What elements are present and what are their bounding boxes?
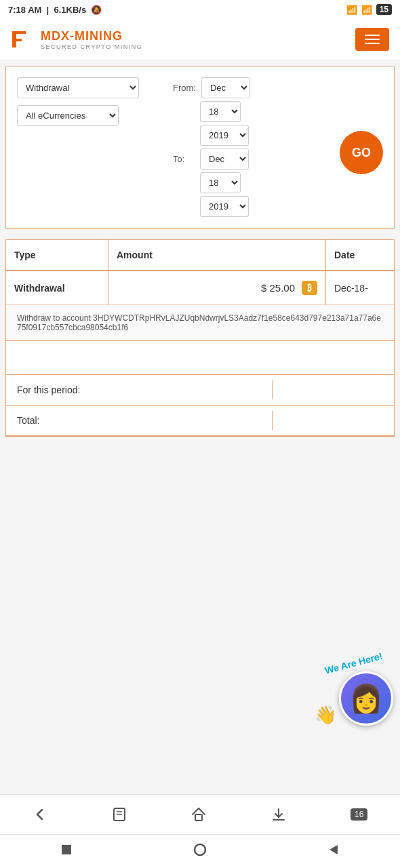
- row-amount: $ 25.00 ₿: [108, 271, 326, 304]
- logo-main: MDX-MINING: [41, 29, 142, 43]
- col-date-header: Date: [326, 240, 394, 270]
- menu-line-3: [365, 43, 380, 44]
- chat-bubble: We Are Here!: [315, 658, 393, 671]
- to-day-select[interactable]: 18: [200, 172, 241, 193]
- menu-line-2: [365, 39, 380, 40]
- book-icon: [112, 807, 127, 822]
- circle-icon: [193, 843, 207, 856]
- btc-badge: ₿: [302, 281, 317, 295]
- chat-avatar[interactable]: 👩: [339, 671, 393, 726]
- type-select[interactable]: Withdrawal Deposit All Types: [17, 77, 139, 98]
- filter-section: Withdrawal Deposit All Types All eCurren…: [5, 66, 395, 229]
- transactions-table: Type Amount Date Withdrawal $ 25.00 ₿ De…: [5, 239, 395, 437]
- logo-sub: SECURED CRYPTO MINING: [41, 43, 142, 50]
- col-type-header: Type: [6, 240, 108, 270]
- square-icon: [60, 843, 73, 856]
- avatar-image: 👩: [349, 683, 383, 715]
- from-label: From:: [173, 83, 196, 93]
- total-row: Total:: [6, 406, 394, 436]
- to-row: To: DecJanFeb: [173, 149, 249, 170]
- filter-right: From: DecJanFebMar AprMayJunJul AugSepOc…: [173, 77, 322, 217]
- from-day-select[interactable]: 18: [200, 101, 241, 122]
- wave-icon: 👋: [315, 705, 336, 726]
- battery-indicator: 15: [376, 4, 392, 15]
- row-type: Withdrawal: [6, 273, 108, 303]
- back-icon: [33, 807, 47, 822]
- download-button[interactable]: [263, 803, 294, 826]
- status-icons: 📶 📶 15: [346, 4, 392, 15]
- logo: MDX-MINING SECURED CRYPTO MINING: [11, 27, 142, 52]
- period-value: [272, 380, 394, 399]
- table-row: Withdrawal $ 25.00 ₿ Dec-18-: [6, 271, 394, 305]
- to-day-row: 18: [173, 172, 241, 193]
- to-year-row: 201920182020: [173, 196, 249, 217]
- total-value: [272, 411, 394, 430]
- table-header: Type Amount Date: [6, 240, 394, 271]
- chat-widget[interactable]: We Are Here! 👋 👩: [315, 658, 393, 726]
- from-day-row: 18: [173, 101, 241, 122]
- col-amount-header: Amount: [108, 240, 326, 270]
- system-bar: [0, 834, 400, 868]
- from-year-select[interactable]: 201920182020: [200, 125, 249, 146]
- currency-select[interactable]: All eCurrencies Bitcoin Ethereum: [17, 105, 119, 126]
- pages-badge: 16: [351, 808, 367, 821]
- logo-text: MDX-MINING SECURED CRYPTO MINING: [41, 29, 142, 50]
- svg-rect-8: [62, 845, 71, 854]
- go-button[interactable]: GO: [340, 131, 383, 174]
- period-label: For this period:: [6, 375, 272, 405]
- logo-icon: [11, 27, 35, 52]
- download-icon: [271, 807, 286, 822]
- svg-rect-2: [12, 39, 22, 41]
- to-year-select[interactable]: 201920182020: [200, 196, 249, 217]
- from-year-row: 201920182020: [173, 125, 249, 146]
- system-square-button[interactable]: [52, 840, 81, 863]
- to-label: To:: [173, 154, 195, 164]
- amount-value: $ 25.00: [261, 282, 295, 294]
- home-icon: [191, 807, 206, 822]
- empty-row: [6, 341, 394, 375]
- status-time-speed: 7:18 AM | 6.1KB/s 🔕: [8, 5, 102, 15]
- back-button[interactable]: [24, 803, 56, 826]
- system-back-button[interactable]: [319, 840, 348, 863]
- system-circle-button[interactable]: [185, 840, 215, 863]
- row-date: Dec-18-: [326, 273, 394, 303]
- filter-left: Withdrawal Deposit All Types All eCurren…: [17, 77, 166, 217]
- status-bar: 7:18 AM | 6.1KB/s 🔕 📶 📶 15: [0, 0, 400, 19]
- menu-line-1: [365, 35, 380, 36]
- menu-button[interactable]: [355, 28, 389, 51]
- pages-button[interactable]: 16: [342, 804, 376, 825]
- home-button[interactable]: [183, 803, 214, 826]
- svg-rect-6: [195, 814, 202, 821]
- svg-marker-10: [329, 845, 338, 854]
- transaction-detail: Withdraw to account 3HDYWCDTRpHRvLAJZUqb…: [6, 305, 394, 341]
- go-area: GO: [329, 77, 383, 217]
- app-header: MDX-MINING SECURED CRYPTO MINING: [0, 19, 400, 60]
- bookmarks-button[interactable]: [104, 803, 135, 826]
- triangle-back-icon: [327, 843, 340, 856]
- to-month-select[interactable]: DecJanFeb: [200, 149, 249, 170]
- signal-icon: 📶: [361, 5, 372, 15]
- from-row: From: DecJanFebMar AprMayJunJul AugSepOc…: [173, 77, 250, 98]
- bottom-navigation: 16: [0, 794, 400, 834]
- svg-point-9: [195, 844, 205, 855]
- wifi-icon: 📶: [346, 5, 357, 15]
- svg-rect-1: [12, 31, 26, 34]
- from-month-select[interactable]: DecJanFebMar AprMayJunJul AugSepOctNov: [201, 77, 250, 98]
- period-summary-row: For this period:: [6, 375, 394, 406]
- total-label: Total:: [6, 406, 272, 435]
